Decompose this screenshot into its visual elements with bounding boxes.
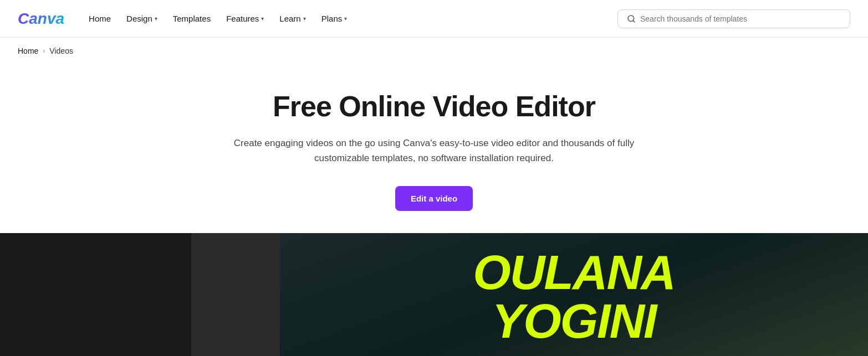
chevron-icon: ▾ [344,16,347,22]
logo-text: Canva [18,10,64,27]
search-input[interactable] [640,14,841,23]
nav-label-templates: Templates [173,14,211,23]
breadcrumb: Home › Videos [0,38,868,64]
svg-line-1 [633,20,635,22]
chevron-icon: ▾ [303,16,306,22]
search-bar[interactable] [617,9,850,28]
video-text-line2: YOGINI [473,297,675,345]
search-icon [627,14,636,23]
nav-item-home[interactable]: Home [82,9,118,28]
nav-label-features: Features [226,14,259,23]
logo[interactable]: Canva [18,10,64,28]
hero-subtitle: Create engaging videos on the go using C… [223,136,645,166]
nav-links: Home Design ▾ Templates Features ▾ Learn… [82,9,617,28]
video-text-line1: OULANA [473,248,675,297]
chevron-icon: ▾ [155,16,157,22]
edit-video-button[interactable]: Edit a video [395,186,473,211]
hero-title: Free Online Video Editor [18,91,850,122]
nav-label-plans: Plans [321,14,343,23]
nav-item-templates[interactable]: Templates [166,9,217,28]
breadcrumb-current: Videos [49,47,73,55]
nav-item-learn[interactable]: Learn ▾ [273,9,312,28]
video-dark-strip [191,233,280,356]
nav-item-design[interactable]: Design ▾ [120,9,164,28]
nav-label-design: Design [126,14,152,23]
nav-label-home: Home [89,14,111,23]
video-main-area: OULANA YOGINI [280,233,868,356]
breadcrumb-separator: › [43,47,45,55]
chevron-icon: ▾ [261,16,264,22]
navbar: Canva Home Design ▾ Templates Features ▾… [0,0,868,38]
video-preview: OULANA YOGINI [0,233,868,356]
video-overlay-text: OULANA YOGINI [473,248,675,345]
nav-item-features[interactable]: Features ▾ [219,9,270,28]
nav-item-plans[interactable]: Plans ▾ [315,9,354,28]
hero-section: Free Online Video Editor Create engaging… [0,64,868,233]
breadcrumb-home-link[interactable]: Home [18,47,38,55]
nav-label-learn: Learn [279,14,300,23]
